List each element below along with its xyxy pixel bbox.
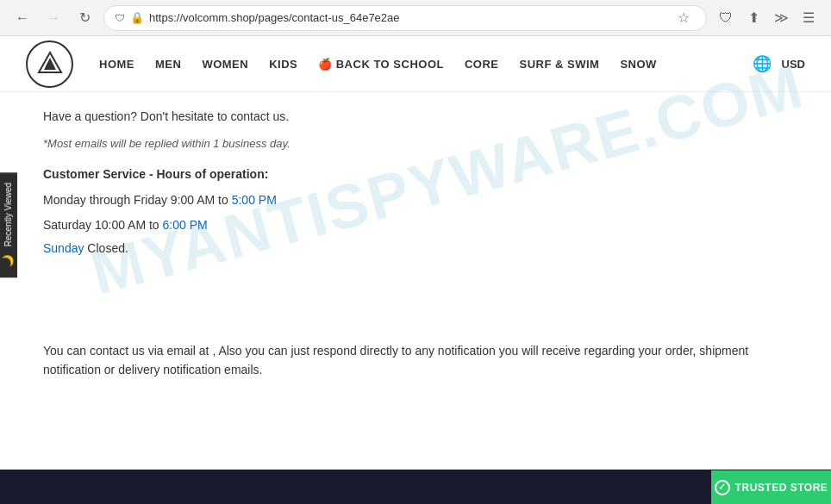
recently-viewed-label: Recently Viewed: [4, 183, 14, 246]
email-note: *Most emails will be replied within 1 bu…: [43, 137, 788, 150]
moon-icon: 🌙: [3, 255, 15, 268]
weekday-label: Monday through Friday 9:00 AM to: [43, 193, 232, 207]
browser-chrome: ← → ↻ 🛡 🔒 https://volcomm.shop/pages/con…: [0, 0, 831, 36]
hours-sunday: Sunday Closed.: [43, 241, 788, 255]
site-header: HOME MEN WOMEN KIDS 🍎BACK TO SCHOOL CORE…: [0, 36, 831, 92]
nav-snow[interactable]: SNOW: [620, 58, 656, 71]
extensions-button[interactable]: ⬆: [741, 6, 765, 30]
trusted-store-badge: ✓ TRUSTED STORE: [711, 470, 831, 504]
bookmark-button[interactable]: ☆: [672, 6, 696, 30]
main-nav: HOME MEN WOMEN KIDS 🍎BACK TO SCHOOL CORE…: [99, 58, 753, 71]
url-domain: volcomm.shop: [183, 11, 255, 24]
nav-kids[interactable]: KIDS: [269, 58, 297, 71]
check-symbol: ✓: [718, 482, 727, 493]
recently-viewed-sidebar[interactable]: 🌙 Recently Viewed: [0, 172, 17, 277]
weekday-time: 5:00 PM: [232, 193, 277, 207]
sunday-label: Sunday: [43, 241, 84, 255]
forward-button[interactable]: →: [41, 6, 66, 30]
apple-emoji: 🍎: [318, 58, 333, 71]
sunday-closed: Closed.: [84, 241, 128, 255]
trusted-store-label: TRUSTED STORE: [735, 482, 828, 494]
site-logo[interactable]: [26, 40, 73, 88]
trusted-check-icon: ✓: [715, 480, 730, 495]
nav-back-to-school[interactable]: 🍎BACK TO SCHOOL: [318, 58, 444, 71]
content-area: Have a question? Don't hesitate to conta…: [43, 109, 788, 380]
hours-weekday: Monday through Friday 9:00 AM to 5:00 PM: [43, 191, 788, 209]
nav-men[interactable]: MEN: [155, 58, 181, 71]
browser-actions: 🛡 ⬆ ≫ ☰: [714, 6, 821, 30]
nav-home[interactable]: HOME: [99, 58, 134, 71]
contact-email-text: You can contact us via email at , Also y…: [43, 341, 788, 380]
nav-right: 🌐 USD: [753, 54, 805, 73]
refresh-button[interactable]: ↻: [72, 6, 97, 30]
lock-icon: 🔒: [130, 11, 144, 24]
url-path: /pages/contact-us_64e7e2ae: [255, 11, 400, 24]
hours-saturday: Saturday 10:00 AM to 6:00 PM: [43, 216, 788, 234]
security-icon: 🛡: [115, 12, 125, 24]
currency-label[interactable]: USD: [782, 58, 805, 71]
saturday-label: Saturday 10:00 AM to: [43, 218, 163, 232]
globe-icon: 🌐: [753, 54, 772, 73]
menu-button[interactable]: ☰: [797, 6, 821, 30]
url-text: https://volcomm.shop/pages/contact-us_64…: [149, 11, 666, 24]
saturday-time: 6:00 PM: [163, 218, 208, 232]
more-tools-button[interactable]: ≫: [769, 6, 793, 30]
back-button[interactable]: ←: [10, 6, 34, 30]
url-prefix: https://: [149, 11, 183, 24]
pocket-button[interactable]: 🛡: [714, 6, 738, 30]
customer-service-title: Customer Service - Hours of operation:: [43, 167, 788, 181]
nav-women[interactable]: WOMEN: [202, 58, 248, 71]
logo-svg: [37, 51, 63, 77]
contact-intro: Have a question? Don't hesitate to conta…: [43, 109, 788, 123]
page-content: MYANTISPYWARE.COM Have a question? Don't…: [0, 92, 831, 397]
footer-bar: [0, 470, 831, 504]
google-section: G: [43, 272, 788, 324]
address-bar[interactable]: 🛡 🔒 https://volcomm.shop/pages/contact-u…: [103, 5, 707, 31]
nav-surf-swim[interactable]: SURF & SWIM: [520, 58, 600, 71]
nav-core[interactable]: CORE: [465, 58, 499, 71]
